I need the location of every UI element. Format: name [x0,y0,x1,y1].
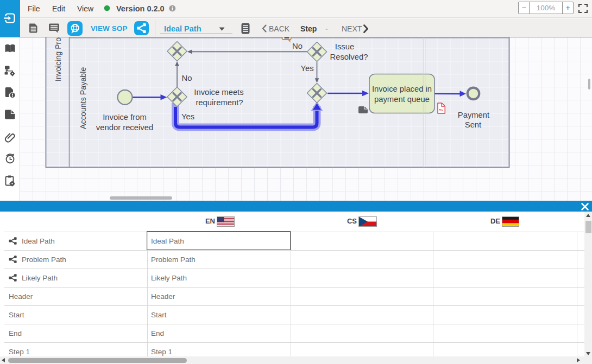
svg-text:Resolved?: Resolved? [330,53,368,61]
svg-text:Sent: Sent [465,120,481,129]
svg-text:Accounts Payable: Accounts Payable [79,67,87,129]
svg-text:Issue: Issue [335,42,354,51]
svg-text:requirement?: requirement? [196,98,243,107]
svg-text:Invoice from: Invoice from [103,113,147,122]
svg-text:Invoice placed in: Invoice placed in [372,85,432,93]
svg-text:Yes: Yes [181,112,194,121]
svg-text:Invoicing Process: Invoicing Process [54,37,62,81]
svg-text:Yes: Yes [301,64,314,73]
svg-text:Payment: Payment [458,111,489,119]
svg-text:payment queue: payment queue [374,95,430,104]
svg-text:No: No [182,74,192,82]
svg-text:No: No [292,42,303,50]
svg-text:vendor received: vendor received [96,123,153,132]
svg-text:Invoice meets: Invoice meets [194,88,243,97]
